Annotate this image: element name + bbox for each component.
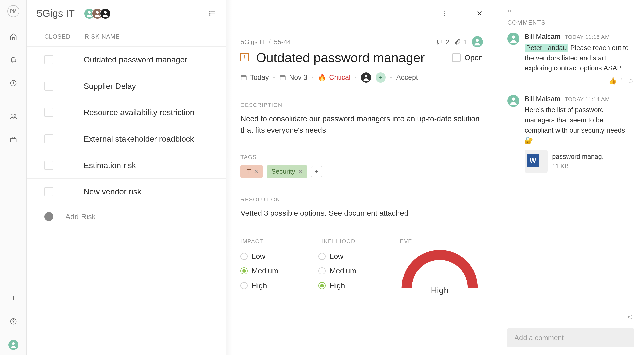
comment-avatar[interactable] (507, 95, 519, 107)
collapse-icon[interactable]: ›› (507, 7, 511, 14)
detail-panel: ✕ 5Gigs IT / 55-44 2 1 (226, 0, 497, 355)
likelihood-low[interactable]: Low (318, 249, 374, 264)
mention[interactable]: Peter Landau (525, 44, 568, 52)
breadcrumb: 5Gigs IT / 55-44 2 1 (240, 36, 483, 47)
add-tag-button[interactable]: + (311, 166, 322, 177)
closed-checkbox[interactable] (44, 108, 53, 117)
closed-checkbox[interactable] (44, 82, 53, 91)
comment-author[interactable]: Bill Malsam (525, 33, 560, 41)
more-menu-icon[interactable] (439, 9, 449, 19)
tag-remove-icon[interactable]: ✕ (298, 168, 303, 175)
home-icon[interactable] (9, 32, 18, 41)
description-text[interactable]: Need to consolidate our password manager… (240, 113, 483, 136)
content-row: 5Gigs IT CLOSED RISK NAME Outdated passw… (27, 0, 644, 355)
risk-name: Estimation risk (84, 161, 136, 170)
tag-security[interactable]: Security✕ (267, 165, 307, 178)
svg-point-15 (444, 15, 445, 16)
project-title[interactable]: 5Gigs IT (37, 8, 75, 19)
priority[interactable]: 🔥Critical (318, 73, 351, 82)
comment-body: Peter Landau Please reach out to the ven… (525, 43, 634, 73)
risk-name: Supplier Delay (84, 82, 136, 91)
svg-point-8 (96, 11, 99, 14)
breadcrumb-id[interactable]: 55-44 (274, 38, 291, 46)
assignee-avatar[interactable] (361, 72, 371, 83)
reactions[interactable]: 👍 1 ☺ (525, 77, 634, 85)
description-section: DESCRIPTION Need to consolidate our pass… (240, 93, 483, 145)
svg-point-2 (14, 115, 16, 116)
svg-point-1 (11, 114, 13, 116)
add-risk-button[interactable]: + Add Risk (27, 205, 226, 228)
risk-name: Resource availability restriction (84, 108, 194, 117)
plus-circle-icon: + (44, 212, 53, 221)
top-bar: 5Gigs IT (27, 0, 226, 27)
risk-row[interactable]: Resource availability restriction (27, 99, 226, 126)
col-name-label: RISK NAME (85, 33, 216, 40)
app-logo[interactable]: PM (7, 5, 19, 17)
tag-it[interactable]: IT✕ (240, 165, 263, 178)
response[interactable]: Accept (396, 73, 418, 82)
resolution-text[interactable]: Vetted 3 possible options. See document … (240, 207, 483, 219)
close-icon[interactable]: ✕ (474, 9, 485, 19)
likelihood-label: LIKELIHOOD (318, 238, 374, 245)
svg-point-16 (476, 39, 479, 42)
closed-checkbox[interactable] (44, 187, 53, 196)
impact-medium[interactable]: Medium (240, 264, 296, 278)
reaction-emoji[interactable]: 👍 (609, 77, 617, 85)
status-toggle[interactable]: Open (452, 53, 483, 62)
impact-column: IMPACT Low Medium High (240, 238, 306, 295)
add-assignee-button[interactable]: + (376, 72, 386, 83)
comment-time: TODAY 11:14 AM (565, 96, 610, 103)
breadcrumb-project[interactable]: 5Gigs IT (240, 38, 265, 46)
comments-panel: ›› COMMENTS Bill Malsam TODAY 11:15 AM P… (497, 0, 644, 355)
level-label: LEVEL (396, 238, 416, 245)
briefcase-icon[interactable] (9, 135, 18, 144)
avatar[interactable] (100, 8, 111, 19)
help-icon[interactable] (9, 317, 18, 326)
comment-count-chip[interactable]: 2 (436, 38, 449, 46)
risk-title[interactable]: Outdated password manager (256, 50, 445, 65)
col-closed-label: CLOSED (44, 33, 85, 40)
likelihood-column: LIKELIHOOD Low Medium High (318, 238, 384, 295)
likelihood-high[interactable]: High (318, 278, 374, 293)
clock-icon[interactable] (9, 78, 18, 88)
risk-row[interactable]: Supplier Delay (27, 73, 226, 99)
list-header: CLOSED RISK NAME (27, 27, 226, 47)
svg-point-9 (104, 11, 107, 14)
comment-input[interactable]: Add a comment (507, 328, 634, 347)
list-toggle-icon[interactable] (209, 9, 216, 18)
metrics-row: IMPACT Low Medium High LIKELIHOOD Low Me… (240, 228, 483, 295)
tag-remove-icon[interactable]: ✕ (254, 168, 258, 175)
risk-row[interactable]: External stakeholder roadblock (27, 126, 226, 152)
comment-author[interactable]: Bill Malsam (525, 95, 560, 103)
comment-avatar[interactable] (507, 33, 519, 45)
member-avatars[interactable] (84, 8, 111, 19)
meta-row: Today Nov 3 🔥Critical + Accept (240, 72, 483, 93)
likelihood-medium[interactable]: Medium (318, 264, 374, 278)
owner-avatar[interactable] (472, 36, 483, 47)
attachment-count-chip[interactable]: 1 (454, 38, 467, 46)
attachment[interactable]: W password manag. 11 KB (525, 150, 634, 173)
status-checkbox[interactable] (452, 53, 461, 62)
comment: Bill Malsam TODAY 11:14 AM Here's the li… (507, 95, 634, 173)
closed-checkbox[interactable] (44, 134, 53, 143)
plus-icon[interactable] (9, 294, 18, 303)
tags-label: TAGS (240, 154, 483, 161)
closed-checkbox[interactable] (44, 161, 53, 170)
reaction-count: 1 (620, 77, 624, 85)
add-reaction-icon[interactable]: ☺ (627, 77, 634, 85)
risk-row[interactable]: New vendor risk (27, 179, 226, 205)
svg-point-10 (210, 11, 210, 12)
status-label: Open (465, 53, 483, 62)
date-created[interactable]: Today (240, 73, 269, 82)
people-icon[interactable] (9, 112, 18, 121)
impact-high[interactable]: High (240, 278, 296, 293)
tags-section: TAGS IT✕ Security✕ + (240, 145, 483, 187)
risk-row[interactable]: Estimation risk (27, 152, 226, 179)
user-avatar[interactable] (8, 340, 18, 350)
emoji-picker-icon[interactable]: ☺ (627, 313, 634, 321)
closed-checkbox[interactable] (44, 55, 53, 64)
bell-icon[interactable] (9, 55, 18, 64)
date-due[interactable]: Nov 3 (279, 73, 307, 82)
risk-row[interactable]: Outdated password manager (27, 47, 226, 73)
impact-low[interactable]: Low (240, 249, 296, 264)
